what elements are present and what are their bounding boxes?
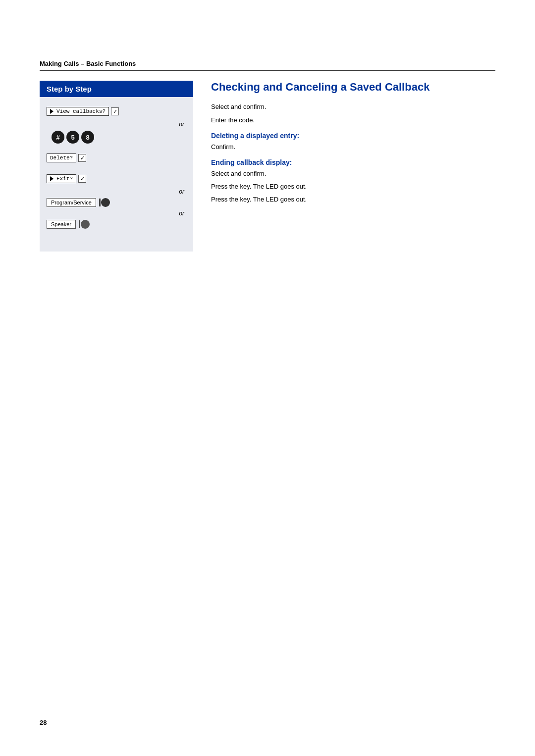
triangle-icon-2 — [50, 176, 54, 181]
view-callbacks-box: View callbacks? — [47, 107, 109, 116]
instruction-2: Enter the code. — [211, 116, 495, 125]
or-3: or — [47, 210, 186, 217]
section-header-text: Making Calls – Basic Functions — [40, 60, 136, 67]
program-service-row: Program/Service — [47, 198, 186, 207]
or-1: or — [47, 121, 186, 128]
program-service-btn — [99, 198, 110, 207]
speaker-label: Speaker — [51, 221, 71, 227]
exit-label: Exit? — [56, 176, 73, 182]
speaker-row: Speaker — [47, 220, 186, 229]
speaker-box: Speaker — [47, 220, 76, 229]
right-panel: Checking and Canceling a Saved Callback … — [193, 81, 495, 252]
program-service-box: Program/Service — [47, 198, 96, 207]
five-key: 5 — [66, 131, 79, 144]
step-by-step-header: Step by Step — [40, 81, 193, 97]
delete-box: Delete? — [47, 153, 76, 162]
instruction-4: Select and confirm. — [211, 169, 495, 178]
page: Making Calls – Basic Functions Step by S… — [0, 0, 535, 756]
instruction-1: Select and confirm. — [211, 102, 495, 111]
main-title: Checking and Canceling a Saved Callback — [211, 81, 495, 94]
eight-key: 8 — [81, 131, 94, 144]
triangle-icon-1 — [50, 109, 54, 114]
btn-stem-1 — [99, 199, 101, 206]
btn-circle-1 — [101, 198, 110, 207]
keypad-icons-row: # 5 8 — [47, 131, 186, 144]
checkmark-3: ✓ — [78, 175, 86, 183]
checkmark-2: ✓ — [78, 154, 86, 162]
btn-circle-2 — [81, 220, 90, 229]
sub-title-ending: Ending callback display: — [211, 158, 495, 166]
sub-title-deleting: Deleting a displayed entry: — [211, 132, 495, 140]
page-number: 28 — [40, 719, 47, 726]
left-panel: Step by Step View callbacks? ✓ or — [40, 81, 193, 252]
view-callbacks-row: View callbacks? ✓ — [47, 107, 186, 116]
delete-label: Delete? — [50, 155, 73, 161]
checkmark-1: ✓ — [111, 107, 119, 115]
btn-stem-2 — [79, 220, 80, 228]
step-by-step-label: Step by Step — [47, 85, 92, 93]
program-service-label: Program/Service — [51, 200, 92, 205]
view-callbacks-label: View callbacks? — [56, 108, 106, 114]
section-header: Making Calls – Basic Functions — [40, 59, 495, 71]
delete-row: Delete? ✓ — [47, 153, 186, 162]
instruction-6: Press the key. The LED goes out. — [211, 195, 495, 204]
exit-box: Exit? — [47, 174, 76, 183]
speaker-btn — [79, 220, 90, 229]
exit-row: Exit? ✓ — [47, 174, 186, 183]
left-panel-body: View callbacks? ✓ or # 5 8 — [40, 107, 193, 229]
hash-key: # — [52, 131, 64, 144]
content-area: Step by Step View callbacks? ✓ or — [40, 81, 495, 252]
instruction-5: Press the key. The LED goes out. — [211, 182, 495, 191]
or-2: or — [47, 188, 186, 195]
instruction-3: Confirm. — [211, 143, 495, 151]
